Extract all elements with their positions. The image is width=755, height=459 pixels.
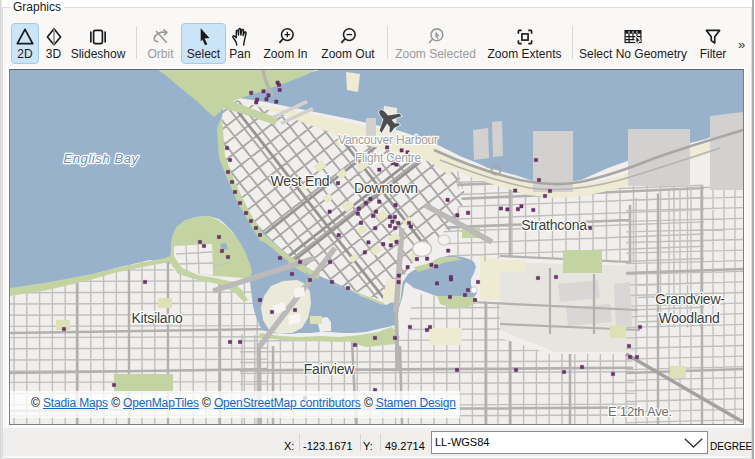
svg-text:Fairview: Fairview (304, 361, 356, 377)
svg-text:Strathcona: Strathcona (521, 217, 587, 233)
svg-text:Kitsilano: Kitsilano (131, 310, 183, 326)
svg-text:E 12th Ave.: E 12th Ave. (608, 404, 672, 419)
svg-text:English Bay: English Bay (63, 151, 139, 166)
svg-text:West End: West End (271, 173, 330, 189)
svg-text:Flight Centre: Flight Centre (355, 151, 422, 165)
svg-text:Vancouver Harbour: Vancouver Harbour (338, 133, 438, 147)
svg-text:Downtown: Downtown (354, 180, 418, 196)
svg-text:Woodland: Woodland (658, 310, 719, 326)
svg-text:Grandview-: Grandview- (655, 291, 725, 307)
